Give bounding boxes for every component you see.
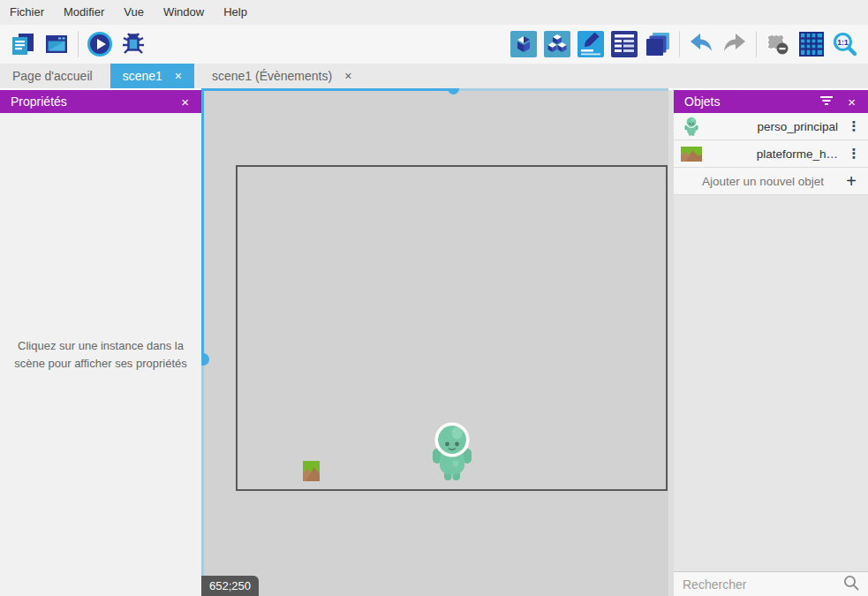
start-page-icon[interactable]	[43, 31, 70, 57]
layers-editor-icon[interactable]	[645, 31, 671, 57]
kebab-menu-icon[interactable]: ⋮	[847, 146, 861, 162]
platform-instance[interactable]	[303, 461, 320, 481]
plus-icon[interactable]: +	[843, 172, 859, 190]
redo-icon[interactable]	[721, 31, 748, 57]
top-resize-handle[interactable]	[201, 88, 668, 91]
scene-canvas[interactable]: 652;250	[201, 88, 668, 596]
kebab-menu-icon[interactable]: ⋮	[847, 118, 861, 134]
add-object-label: Ajouter un nouvel objet	[683, 175, 843, 188]
main-content: Propriétés × Cliquez sur une instance da…	[0, 88, 868, 596]
tab-label: Page d'accueil	[12, 69, 93, 83]
toolbar-separator	[78, 31, 79, 57]
top-resize-knob[interactable]	[448, 88, 459, 94]
undo-icon[interactable]	[688, 31, 714, 57]
toolbar-separator	[679, 31, 680, 57]
properties-panel-title: Propriétés	[11, 94, 179, 109]
menu-modifier[interactable]: Modifier	[54, 0, 114, 25]
tab-label: scene1 (Évènements)	[212, 69, 332, 83]
instances-list-icon[interactable]	[611, 31, 638, 57]
character-instance[interactable]	[430, 421, 474, 483]
close-icon[interactable]: ×	[179, 94, 191, 109]
menu-bar: Fichier Modifier Vue Window Help	[0, 0, 868, 25]
search-icon[interactable]	[843, 575, 859, 594]
objects-search-bar	[674, 571, 868, 596]
tab-label: scene1	[123, 69, 162, 83]
cursor-coordinates-badge: 652;250	[201, 576, 259, 596]
object-groups-icon[interactable]	[544, 31, 570, 57]
menu-help[interactable]: Help	[214, 0, 257, 25]
tab-close-icon[interactable]: ×	[344, 70, 351, 82]
tab-home[interactable]: Page d'accueil	[0, 64, 105, 88]
filter-icon[interactable]	[819, 94, 834, 109]
object-name: perso_principal	[702, 120, 838, 133]
left-resize-handle[interactable]	[201, 88, 204, 596]
toolbar-right-group: 1:1	[507, 31, 862, 57]
properties-panel: Propriétés × Cliquez sur une instance da…	[0, 90, 201, 596]
play-icon[interactable]	[87, 31, 113, 57]
zoom-1-1-icon[interactable]: 1:1	[832, 31, 858, 57]
objects-panel-header: Objets ×	[674, 90, 868, 113]
left-resize-knob[interactable]	[201, 353, 209, 366]
svg-text:1:1: 1:1	[837, 38, 849, 47]
toolbar-separator	[756, 31, 757, 57]
object-name: plateforme_h…	[702, 147, 838, 161]
alien-character-icon	[681, 116, 702, 137]
grid-icon[interactable]	[798, 31, 825, 57]
tab-scene1-events[interactable]: scene1 (Évènements) ×	[200, 64, 364, 88]
mask-icon[interactable]	[765, 31, 791, 57]
close-icon[interactable]: ×	[846, 94, 857, 109]
objects-panel-empty-area	[674, 195, 868, 571]
objects-panel: Objets ×	[674, 90, 868, 596]
main-toolbar: 1:1	[0, 25, 868, 64]
add-object-row[interactable]: Ajouter un nouvel objet +	[674, 168, 868, 195]
tab-close-icon[interactable]: ×	[175, 70, 182, 82]
tab-scene1[interactable]: scene1 ×	[110, 64, 194, 88]
platform-tile-icon	[681, 143, 702, 164]
properties-editor-icon[interactable]	[577, 31, 604, 57]
objects-editor-icon[interactable]	[510, 31, 537, 57]
properties-panel-header: Propriétés ×	[0, 90, 201, 113]
debug-icon[interactable]	[120, 31, 147, 57]
object-row-perso-principal[interactable]: perso_principal ⋮	[674, 113, 868, 140]
menu-window[interactable]: Window	[154, 0, 214, 25]
menu-vue[interactable]: Vue	[114, 0, 154, 25]
project-manager-icon[interactable]	[10, 31, 36, 57]
objects-search-input[interactable]	[683, 577, 843, 592]
objects-panel-title: Objets	[684, 94, 819, 109]
object-row-plateforme[interactable]: plateforme_h… ⋮	[674, 140, 868, 168]
menu-fichier[interactable]: Fichier	[0, 0, 54, 25]
tab-bar: Page d'accueil scene1 × scene1 (Évènemen…	[0, 64, 868, 88]
properties-empty-message: Cliquez sur une instance dans la scène p…	[0, 337, 201, 373]
